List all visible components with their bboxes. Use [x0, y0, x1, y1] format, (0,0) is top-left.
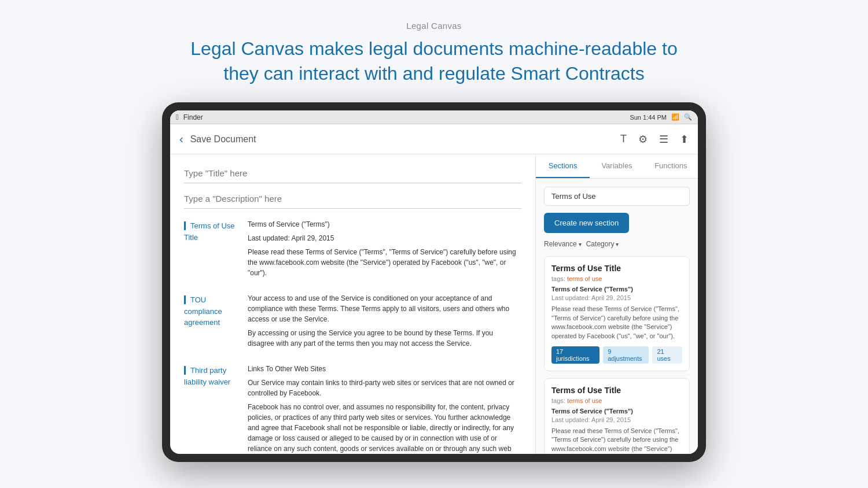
result-card-body: Please read these Terms of Service ("Ter…	[551, 427, 682, 454]
hero-title: Legal Canvas makes legal documents machi…	[174, 36, 694, 86]
right-panel: SectionsVariablesFunctions Create new se…	[536, 154, 698, 454]
wifi-icon: 📶	[671, 113, 679, 121]
section-search-input[interactable]	[544, 187, 690, 206]
adjust-icon[interactable]: ⚙	[638, 133, 648, 146]
toolbar: ‹ Save Document T ⚙ ☰ ⬆	[170, 124, 698, 154]
section-label-text: Terms of Use Title	[184, 221, 235, 241]
document-area: Terms of Use TitleTerms of Service ("Ter…	[170, 154, 536, 454]
hero-subtitle: Legal Canvas	[35, 21, 833, 31]
result-cards: Terms of Use Title tags: terms of use Te…	[544, 256, 690, 454]
section-row: Terms of Use TitleTerms of Service ("Ter…	[184, 219, 521, 282]
toolbar-icons: T ⚙ ☰ ⬆	[620, 133, 689, 146]
text-format-icon[interactable]: T	[620, 133, 627, 145]
document-sections: Terms of Use TitleTerms of Service ("Ter…	[184, 219, 521, 454]
section-content: Your access to and use of the Service is…	[248, 293, 521, 352]
filter-row: RelevanceCategory	[544, 240, 690, 248]
panel-tab-functions[interactable]: Functions	[644, 154, 698, 178]
filter-relevance-button[interactable]: Relevance	[544, 240, 582, 248]
device-wrapper:  Finder Sun 1:44 PM 📶 🔍 ‹ Save Document…	[162, 102, 706, 462]
apple-icon: 	[176, 113, 179, 121]
app-content: ‹ Save Document T ⚙ ☰ ⬆	[170, 124, 698, 454]
badge-0: 17 jurisdictions	[551, 346, 599, 364]
result-card-title: Terms of Use Title	[551, 386, 682, 395]
app-name: Finder	[183, 113, 203, 121]
device-screen:  Finder Sun 1:44 PM 📶 🔍 ‹ Save Document…	[170, 110, 698, 454]
panel-tab-variables[interactable]: Variables	[590, 154, 643, 178]
result-card-body: Please read these Terms of Service ("Ter…	[551, 305, 682, 341]
result-card: Terms of Use Title tags: terms of use Te…	[544, 378, 690, 454]
result-card-tags: tags: terms of use	[551, 275, 682, 282]
hero-section: Legal Canvas Legal Canvas makes legal do…	[0, 0, 868, 102]
mac-menubar:  Finder Sun 1:44 PM 📶 🔍	[170, 110, 698, 124]
section-label-text: Third party liability waiver	[184, 366, 230, 386]
section-content: Terms of Service ("Terms")Last updated: …	[248, 219, 521, 282]
badge-2: 21 uses	[652, 346, 682, 364]
result-card-date: Last updated: April 29, 2015	[551, 294, 682, 301]
create-section-button[interactable]: Create new section	[544, 213, 629, 233]
result-card-tags: tags: terms of use	[551, 397, 682, 404]
result-card-title: Terms of Use Title	[551, 264, 682, 273]
menubar-left:  Finder	[176, 113, 203, 121]
menu-time: Sun 1:44 PM	[630, 114, 667, 121]
toolbar-title: Save Document	[190, 134, 620, 145]
panel-tabs: SectionsVariablesFunctions	[536, 154, 698, 179]
result-card-footer: 17 jurisdictions9 adjustments21 uses	[551, 346, 682, 364]
doc-title-input[interactable]	[184, 164, 521, 183]
share-icon[interactable]: ⬆	[680, 133, 689, 146]
back-button[interactable]: ‹	[179, 132, 183, 146]
section-content: Links To Other Web SitesOur Service may …	[248, 364, 521, 454]
section-row: TOU compliance agreementYour access to a…	[184, 293, 521, 352]
result-card: Terms of Use Title tags: terms of use Te…	[544, 256, 690, 371]
search-icon: 🔍	[684, 113, 692, 121]
menubar-right: Sun 1:44 PM 📶 🔍	[630, 113, 692, 121]
doc-desc-input[interactable]	[184, 189, 521, 209]
filter-category-button[interactable]: Category	[586, 240, 619, 248]
result-card-meta: Terms of Service ("Terms")	[551, 286, 682, 293]
section-row: Third party liability waiverLinks To Oth…	[184, 364, 521, 454]
badge-1: 9 adjustments	[603, 346, 649, 364]
result-card-meta: Terms of Service ("Terms")	[551, 408, 682, 415]
device-frame:  Finder Sun 1:44 PM 📶 🔍 ‹ Save Document…	[162, 102, 706, 462]
result-card-date: Last updated: April 29, 2015	[551, 416, 682, 423]
panel-body: Create new section RelevanceCategory Ter…	[536, 179, 698, 454]
main-split: Terms of Use TitleTerms of Service ("Ter…	[170, 154, 698, 454]
section-label-text: TOU compliance agreement	[184, 295, 222, 326]
list-icon[interactable]: ☰	[659, 133, 668, 146]
panel-tab-sections[interactable]: Sections	[536, 154, 590, 178]
